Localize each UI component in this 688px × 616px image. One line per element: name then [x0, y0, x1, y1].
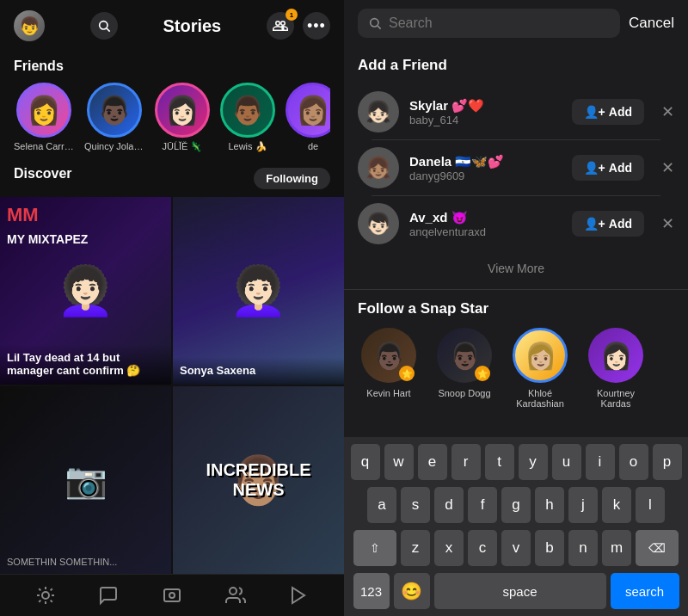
- add-friend-button-1[interactable]: 👤+ Add: [572, 99, 644, 125]
- key-s[interactable]: s: [401, 487, 430, 523]
- snap-star-name: Snoop Dogg: [438, 388, 490, 398]
- snap-star-name: Kevin Hart: [366, 388, 410, 398]
- key-c[interactable]: c: [468, 530, 497, 566]
- key-t[interactable]: t: [485, 444, 514, 480]
- list-item[interactable]: 👨🏿 ⭐ Kevin Hart: [358, 328, 420, 409]
- discover-section-title: Discover: [14, 166, 72, 182]
- add-friend-title: Add a Friend: [358, 57, 674, 74]
- suggestion-name-3: Av_xd 😈: [409, 210, 562, 225]
- suggestion-name-1: Skylar 💕❤️: [409, 98, 562, 114]
- key-u[interactable]: u: [552, 444, 581, 480]
- key-l[interactable]: l: [636, 487, 665, 523]
- key-v[interactable]: v: [501, 530, 531, 566]
- discover-header: Discover Following: [0, 156, 344, 197]
- discover-nav[interactable]: [288, 585, 309, 606]
- friend-name: de: [308, 141, 318, 151]
- key-m[interactable]: m: [602, 530, 631, 566]
- key-b[interactable]: b: [535, 530, 564, 566]
- shift-key[interactable]: ⇧: [353, 530, 396, 566]
- search-input[interactable]: [389, 15, 610, 31]
- list-item[interactable]: 👩 Selena Carrizales...: [14, 83, 74, 152]
- key-q[interactable]: q: [351, 444, 380, 480]
- friend-name: JŪĹĬĚ 🦎: [162, 141, 202, 152]
- snap-star-badge: ⭐: [475, 366, 490, 381]
- key-j[interactable]: j: [568, 487, 598, 523]
- list-item[interactable]: 👩🏻 Kourtney Kardas: [585, 328, 647, 409]
- key-w[interactable]: w: [384, 444, 414, 480]
- list-item[interactable]: 👨🏾 Lewis 🍌: [220, 83, 275, 152]
- suggestion-info-1: Skylar 💕❤️ baby_614: [409, 98, 562, 126]
- add-icon-3: 👤+: [584, 217, 605, 231]
- add-friend-button-3[interactable]: 👤+ Add: [572, 211, 644, 237]
- key-y[interactable]: y: [519, 444, 548, 480]
- dismiss-suggestion-2[interactable]: ✕: [661, 158, 674, 177]
- list-item[interactable]: 👨🏿 ⭐ Snoop Dogg: [433, 328, 495, 409]
- dismiss-suggestion-1[interactable]: ✕: [661, 102, 674, 121]
- delete-key[interactable]: ⌫: [636, 530, 679, 566]
- svg-point-2: [42, 592, 49, 599]
- card-overlay: Sonya Saxena: [173, 357, 344, 385]
- svg-rect-3: [164, 589, 180, 601]
- chat-nav[interactable]: [98, 585, 119, 606]
- card-text: Sonya Saxena: [180, 364, 337, 378]
- dismiss-suggestion-3[interactable]: ✕: [661, 214, 674, 233]
- add-friend-section: Add a Friend 👧🏻 Skylar 💕❤️ baby_614 👤+ A…: [344, 46, 688, 289]
- search-icon-btn[interactable]: [90, 12, 118, 40]
- list-item[interactable]: 👩🏽 de: [286, 83, 330, 152]
- list-item[interactable]: 👩🏼 Khloé Kardashian: [509, 328, 571, 409]
- user-avatar[interactable]: 👦: [14, 10, 45, 41]
- svg-point-0: [99, 22, 107, 29]
- key-d[interactable]: d: [434, 487, 464, 523]
- card-overlay: Lil Tay dead at 14 but manager cant conf…: [0, 344, 171, 385]
- cancel-button[interactable]: Cancel: [629, 15, 674, 32]
- view-more-button[interactable]: View More: [358, 251, 674, 286]
- key-e[interactable]: e: [418, 444, 447, 480]
- key-a[interactable]: a: [367, 487, 396, 523]
- snap-star-name: Khloé Kardashian: [509, 388, 571, 409]
- key-z[interactable]: z: [401, 530, 430, 566]
- emoji-key[interactable]: 😊: [394, 573, 430, 609]
- search-input-wrap[interactable]: [358, 9, 620, 38]
- add-friend-button-2[interactable]: 👤+ Add: [572, 155, 644, 181]
- snap-star-avatar: 👨🏿 ⭐: [437, 328, 492, 383]
- search-key[interactable]: search: [611, 573, 679, 609]
- svg-marker-6: [292, 588, 304, 603]
- camera-nav[interactable]: [35, 585, 56, 606]
- keyboard-row-2: a s d f g h j k l: [347, 487, 685, 523]
- following-button[interactable]: Following: [254, 168, 330, 189]
- suggestion-username-3: anqelventuraxd: [409, 225, 562, 238]
- search-bar: Cancel: [344, 0, 688, 46]
- discover-card-2[interactable]: 👩🏻‍🦱 Sonya Saxena: [173, 197, 344, 385]
- key-n[interactable]: n: [568, 530, 598, 566]
- list-item[interactable]: 👩🏻 JŪĹĬĚ 🦎: [155, 83, 210, 152]
- list-item[interactable]: 👨🏿 Quincy Jolae 🔴: [84, 83, 144, 152]
- snap-nav[interactable]: [162, 585, 182, 606]
- card-text: Lil Tay dead at 14 but manager cant conf…: [7, 351, 164, 378]
- discover-card-3[interactable]: 📷 SOMETHIN SOMETHIN...: [0, 386, 171, 574]
- snap-star-title: Follow a Snap Star: [358, 300, 674, 317]
- left-header: 👦 Stories 1 •••: [0, 0, 344, 52]
- suggestion-avatar-2: 👧🏽: [358, 147, 399, 188]
- discover-card-4[interactable]: 👨🏽 INCREDIBLE NEWS: [173, 386, 344, 574]
- key-p[interactable]: p: [653, 444, 682, 480]
- key-k[interactable]: k: [602, 487, 631, 523]
- num-key[interactable]: 123: [353, 573, 390, 609]
- key-i[interactable]: i: [586, 444, 615, 480]
- discover-card-1[interactable]: 👩🏻‍🦱 MMMY MIXTAPEZ Lil Tay dead at 14 bu…: [0, 197, 171, 385]
- space-key[interactable]: space: [434, 573, 606, 609]
- key-g[interactable]: g: [501, 487, 531, 523]
- card-logo: MMMY MIXTAPEZ: [7, 204, 88, 249]
- keyboard: q w e r t y u i o p a s d f g h j k l ⇧ …: [344, 437, 688, 616]
- key-r[interactable]: r: [452, 444, 481, 480]
- key-h[interactable]: h: [535, 487, 564, 523]
- friend-name: Selena Carrizales...: [14, 141, 74, 151]
- keyboard-bottom-row: 123 😊 space search: [347, 573, 685, 609]
- key-o[interactable]: o: [619, 444, 648, 480]
- suggestion-username-1: baby_614: [409, 114, 562, 126]
- more-options-icon-btn[interactable]: •••: [303, 12, 330, 40]
- key-f[interactable]: f: [468, 487, 497, 523]
- key-x[interactable]: x: [434, 530, 464, 566]
- suggestion-username-2: danyg9609: [409, 169, 562, 182]
- snap-star-section: Follow a Snap Star 👨🏿 ⭐ Kevin Hart 👨🏿 ⭐ …: [344, 290, 688, 416]
- friends-nav[interactable]: [225, 585, 246, 606]
